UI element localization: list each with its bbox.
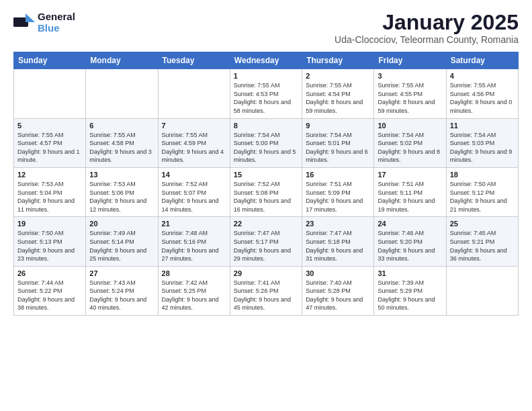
day-info: Sunrise: 7:48 AM Sunset: 5:16 PM Dayligh… — [162, 229, 226, 263]
day-number: 24 — [378, 220, 442, 228]
day-number: 22 — [234, 220, 298, 228]
header: General Blue January 2025 Uda-Clocociov,… — [13, 11, 519, 45]
day-info: Sunrise: 7:55 AM Sunset: 4:59 PM Dayligh… — [162, 131, 226, 165]
week-row-3: 12Sunrise: 7:53 AM Sunset: 5:04 PM Dayli… — [14, 167, 519, 216]
day-info: Sunrise: 7:50 AM Sunset: 5:13 PM Dayligh… — [17, 229, 82, 263]
day-cell: 22Sunrise: 7:47 AM Sunset: 5:17 PM Dayli… — [230, 217, 302, 266]
day-cell: 27Sunrise: 7:43 AM Sunset: 5:24 PM Dayli… — [86, 266, 158, 315]
day-info: Sunrise: 7:53 AM Sunset: 5:04 PM Dayligh… — [17, 180, 82, 214]
logo-icon — [13, 13, 35, 31]
day-info: Sunrise: 7:54 AM Sunset: 5:02 PM Dayligh… — [378, 131, 442, 165]
day-number: 20 — [89, 220, 154, 228]
weekday-header-thursday: Thursday — [302, 52, 374, 69]
day-number: 11 — [450, 122, 515, 130]
svg-rect-1 — [13, 17, 21, 27]
day-info: Sunrise: 7:45 AM Sunset: 5:21 PM Dayligh… — [450, 229, 515, 263]
day-number: 19 — [17, 220, 82, 228]
day-info: Sunrise: 7:55 AM Sunset: 4:54 PM Dayligh… — [306, 81, 370, 115]
day-info: Sunrise: 7:55 AM Sunset: 4:55 PM Dayligh… — [378, 81, 442, 115]
day-number: 25 — [450, 220, 515, 228]
day-cell: 12Sunrise: 7:53 AM Sunset: 5:04 PM Dayli… — [14, 167, 86, 216]
day-number: 30 — [306, 269, 370, 277]
day-number: 17 — [378, 171, 442, 179]
logo: General Blue — [13, 11, 75, 34]
day-cell: 7Sunrise: 7:55 AM Sunset: 4:59 PM Daylig… — [158, 118, 230, 167]
day-info: Sunrise: 7:47 AM Sunset: 5:17 PM Dayligh… — [234, 229, 298, 263]
day-info: Sunrise: 7:42 AM Sunset: 5:25 PM Dayligh… — [162, 279, 226, 312]
day-cell — [86, 69, 158, 118]
day-number: 14 — [162, 171, 226, 179]
day-cell: 13Sunrise: 7:53 AM Sunset: 5:06 PM Dayli… — [86, 167, 158, 216]
day-cell: 30Sunrise: 7:40 AM Sunset: 5:28 PM Dayli… — [302, 266, 374, 315]
day-info: Sunrise: 7:44 AM Sunset: 5:22 PM Dayligh… — [17, 279, 82, 312]
day-number: 27 — [89, 269, 154, 277]
svg-marker-2 — [26, 13, 35, 22]
day-number: 5 — [17, 122, 82, 130]
day-info: Sunrise: 7:55 AM Sunset: 4:57 PM Dayligh… — [17, 131, 82, 165]
weekday-header-row: SundayMondayTuesdayWednesdayThursdayFrid… — [14, 52, 519, 69]
day-cell: 19Sunrise: 7:50 AM Sunset: 5:13 PM Dayli… — [14, 217, 86, 266]
day-cell — [14, 69, 86, 118]
day-cell: 20Sunrise: 7:49 AM Sunset: 5:14 PM Dayli… — [86, 217, 158, 266]
day-info: Sunrise: 7:50 AM Sunset: 5:12 PM Dayligh… — [450, 180, 515, 214]
location: Uda-Clocociov, Teleorman County, Romania — [335, 34, 519, 45]
day-cell: 15Sunrise: 7:52 AM Sunset: 5:08 PM Dayli… — [230, 167, 302, 216]
day-number: 15 — [234, 171, 298, 179]
day-cell: 29Sunrise: 7:41 AM Sunset: 5:26 PM Dayli… — [230, 266, 302, 315]
week-row-4: 19Sunrise: 7:50 AM Sunset: 5:13 PM Dayli… — [14, 217, 519, 266]
day-number: 31 — [378, 269, 442, 277]
day-cell: 2Sunrise: 7:55 AM Sunset: 4:54 PM Daylig… — [302, 69, 374, 118]
day-number: 6 — [89, 122, 154, 130]
day-cell: 16Sunrise: 7:51 AM Sunset: 5:09 PM Dayli… — [302, 167, 374, 216]
day-cell: 5Sunrise: 7:55 AM Sunset: 4:57 PM Daylig… — [14, 118, 86, 167]
weekday-header-friday: Friday — [374, 52, 446, 69]
day-cell: 9Sunrise: 7:54 AM Sunset: 5:01 PM Daylig… — [302, 118, 374, 167]
day-cell: 18Sunrise: 7:50 AM Sunset: 5:12 PM Dayli… — [446, 167, 518, 216]
day-number: 7 — [162, 122, 226, 130]
day-number: 2 — [306, 72, 370, 80]
day-info: Sunrise: 7:51 AM Sunset: 5:09 PM Dayligh… — [306, 180, 370, 214]
day-cell: 31Sunrise: 7:39 AM Sunset: 5:29 PM Dayli… — [374, 266, 446, 315]
day-number: 8 — [234, 122, 298, 130]
day-info: Sunrise: 7:43 AM Sunset: 5:24 PM Dayligh… — [89, 279, 154, 312]
title-block: January 2025 Uda-Clocociov, Teleorman Co… — [335, 11, 519, 45]
day-number: 12 — [17, 171, 82, 179]
day-cell: 11Sunrise: 7:54 AM Sunset: 5:03 PM Dayli… — [446, 118, 518, 167]
logo-general-text: General — [38, 11, 75, 22]
day-cell — [158, 69, 230, 118]
week-row-2: 5Sunrise: 7:55 AM Sunset: 4:57 PM Daylig… — [14, 118, 519, 167]
day-cell — [446, 266, 518, 315]
day-info: Sunrise: 7:53 AM Sunset: 5:06 PM Dayligh… — [89, 180, 154, 214]
day-cell: 14Sunrise: 7:52 AM Sunset: 5:07 PM Dayli… — [158, 167, 230, 216]
day-number: 1 — [234, 72, 298, 80]
day-number: 18 — [450, 171, 515, 179]
day-info: Sunrise: 7:51 AM Sunset: 5:11 PM Dayligh… — [378, 180, 442, 214]
weekday-header-saturday: Saturday — [446, 52, 518, 69]
day-number: 4 — [450, 72, 515, 80]
day-cell: 28Sunrise: 7:42 AM Sunset: 5:25 PM Dayli… — [158, 266, 230, 315]
weekday-header-wednesday: Wednesday — [230, 52, 302, 69]
day-number: 16 — [306, 171, 370, 179]
day-info: Sunrise: 7:54 AM Sunset: 5:00 PM Dayligh… — [234, 131, 298, 165]
day-cell: 17Sunrise: 7:51 AM Sunset: 5:11 PM Dayli… — [374, 167, 446, 216]
day-number: 21 — [162, 220, 226, 228]
day-info: Sunrise: 7:55 AM Sunset: 4:58 PM Dayligh… — [89, 131, 154, 165]
day-cell: 3Sunrise: 7:55 AM Sunset: 4:55 PM Daylig… — [374, 69, 446, 118]
month-title: January 2025 — [335, 11, 519, 34]
day-cell: 4Sunrise: 7:55 AM Sunset: 4:56 PM Daylig… — [446, 69, 518, 118]
day-number: 10 — [378, 122, 442, 130]
day-number: 9 — [306, 122, 370, 130]
day-info: Sunrise: 7:54 AM Sunset: 5:03 PM Dayligh… — [450, 131, 515, 165]
day-info: Sunrise: 7:54 AM Sunset: 5:01 PM Dayligh… — [306, 131, 370, 165]
day-number: 26 — [17, 269, 82, 277]
week-row-5: 26Sunrise: 7:44 AM Sunset: 5:22 PM Dayli… — [14, 266, 519, 315]
day-cell: 10Sunrise: 7:54 AM Sunset: 5:02 PM Dayli… — [374, 118, 446, 167]
day-info: Sunrise: 7:40 AM Sunset: 5:28 PM Dayligh… — [306, 279, 370, 312]
logo-blue-text: Blue — [38, 22, 75, 34]
day-info: Sunrise: 7:39 AM Sunset: 5:29 PM Dayligh… — [378, 279, 442, 312]
day-info: Sunrise: 7:49 AM Sunset: 5:14 PM Dayligh… — [89, 229, 154, 263]
day-cell: 1Sunrise: 7:55 AM Sunset: 4:53 PM Daylig… — [230, 69, 302, 118]
day-info: Sunrise: 7:52 AM Sunset: 5:07 PM Dayligh… — [162, 180, 226, 214]
page: General Blue January 2025 Uda-Clocociov,… — [0, 0, 532, 326]
day-cell: 26Sunrise: 7:44 AM Sunset: 5:22 PM Dayli… — [14, 266, 86, 315]
